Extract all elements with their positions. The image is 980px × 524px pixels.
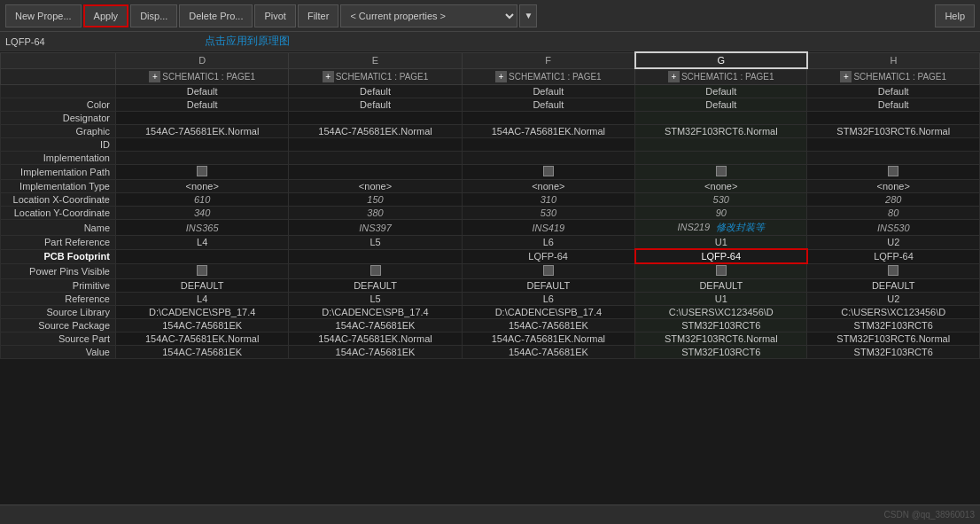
cell-pcb-footprint-1[interactable] [289,249,462,263]
cell-graphic-3[interactable]: STM32F103RCT6.Normal [635,125,807,138]
apply-button[interactable]: Apply [83,4,129,27]
cell-reference-3[interactable]: U1 [635,293,807,306]
cell-id-3[interactable] [635,138,807,152]
cell-implementation-path-3[interactable] [635,165,807,180]
cell-power-pins-visible-4[interactable] [807,263,980,279]
col-g-header[interactable]: G [635,52,807,68]
cell-implementation-type-2[interactable]: <none> [462,180,634,193]
cell-location-y-coordinate-0[interactable]: 340 [116,207,289,220]
cell-source-part-2[interactable]: 154AC-7A5681EK.Normal [462,332,634,346]
col-h-header[interactable]: H [807,52,980,68]
cell-source-part-1[interactable]: 154AC-7A5681EK.Normal [289,332,462,346]
cell-graphic-0[interactable]: 154AC-7A5681EK.Normal [116,125,289,138]
cell-source-package-2[interactable]: 154AC-7A5681EK [462,319,634,332]
cell-source-part-4[interactable]: STM32F103RCT6.Normal [807,332,980,346]
cell-implementation-path-0[interactable] [116,165,289,180]
cell-implementation-2[interactable] [462,152,634,165]
cell-name-3[interactable]: INS219 修改封装等 [635,220,807,236]
checkbox[interactable] [370,265,381,276]
cell-power-pins-visible-2[interactable] [462,263,634,279]
help-button[interactable]: Help [935,4,975,27]
cell-id-0[interactable] [116,138,289,152]
cell-power-pins-visible-3[interactable] [635,263,807,279]
plus-h[interactable]: + [840,71,852,82]
cell-source-library-3[interactable]: C:\USERS\XC123456\D [635,306,807,319]
plus-f[interactable]: + [495,71,507,82]
checkbox[interactable] [716,166,727,176]
filter-dropdown[interactable]: < Current properties > [340,4,517,27]
cell-implementation-type-0[interactable]: <none> [116,180,289,193]
cell-id-4[interactable] [807,138,980,152]
cell-graphic-4[interactable]: STM32F103RCT6.Normal [807,125,980,138]
cell-primitive-3[interactable]: DEFAULT [635,279,807,293]
cell-graphic-2[interactable]: 154AC-7A5681EK.Normal [462,125,634,138]
cell-pcb-footprint-2[interactable]: LQFP-64 [462,249,634,263]
cell-part-reference-3[interactable]: U1 [635,236,807,250]
cell-implementation-type-3[interactable]: <none> [635,180,807,193]
pivot-button[interactable]: Pivot [254,4,295,27]
cell-pcb-footprint-4[interactable]: LQFP-64 [807,249,980,263]
cell-pcb-footprint-3[interactable]: LQFP-64 [635,249,807,263]
cell-name-4[interactable]: INS530 [807,220,980,236]
cell-source-library-4[interactable]: C:\USERS\XC123456\D [807,306,980,319]
cell-location-x-coordinate-0[interactable]: 610 [116,193,289,207]
cell-reference-0[interactable]: L4 [116,293,289,306]
cell-primitive-4[interactable]: DEFAULT [807,279,980,293]
cell-source-part-0[interactable]: 154AC-7A5681EK.Normal [116,332,289,346]
cell-designator-4[interactable] [807,112,980,125]
delete-pro-button[interactable]: Delete Pro... [179,4,253,27]
cell-part-reference-2[interactable]: L6 [462,236,634,250]
cell-designator-1[interactable] [289,112,462,125]
col-f-header[interactable]: F [462,52,634,68]
plus-e[interactable]: + [323,71,334,82]
cell-source-library-1[interactable]: D:\CADENCE\SPB_17.4 [289,306,462,319]
cell-source-package-4[interactable]: STM32F103RCT6 [807,319,980,332]
cell-implementation-3[interactable] [635,152,807,165]
cell-implementation-type-1[interactable]: <none> [289,180,462,193]
cell-value-0[interactable]: 154AC-7A5681EK [116,346,289,359]
plus-d[interactable]: + [149,71,160,82]
cell-value-1[interactable]: 154AC-7A5681EK [289,346,462,359]
new-prop-button[interactable]: New Prope... [5,4,82,27]
checkbox[interactable] [888,166,898,176]
col-e-header[interactable]: E [289,52,462,68]
cell-location-y-coordinate-1[interactable]: 380 [289,207,462,220]
cell-reference-4[interactable]: U2 [807,293,980,306]
cell-part-reference-1[interactable]: L5 [289,236,462,250]
cell-color-0[interactable]: Default [116,98,289,112]
cell-part-reference-4[interactable]: U2 [807,236,980,250]
cell-value-2[interactable]: 154AC-7A5681EK [462,346,634,359]
cell-pcb-footprint-0[interactable] [116,249,289,263]
cell-source-library-2[interactable]: D:\CADENCE\SPB_17.4 [462,306,634,319]
cell-implementation-type-4[interactable]: <none> [807,180,980,193]
cell-source-package-1[interactable]: 154AC-7A5681EK [289,319,462,332]
cell-power-pins-visible-1[interactable] [289,263,462,279]
cell-color-2[interactable]: Default [462,98,634,112]
col-d-header[interactable]: D [116,52,289,68]
cell-primitive-0[interactable]: DEFAULT [116,279,289,293]
cell-designator-0[interactable] [116,112,289,125]
cell-implementation-path-4[interactable] [807,165,980,180]
cell-name-1[interactable]: INS397 [289,220,462,236]
cell-source-package-3[interactable]: STM32F103RCT6 [635,319,807,332]
cell-location-y-coordinate-2[interactable]: 530 [462,207,634,220]
cell-implementation-path-1[interactable] [289,165,462,180]
cell-implementation-4[interactable] [807,152,980,165]
checkbox[interactable] [543,265,554,276]
cell-source-package-0[interactable]: 154AC-7A5681EK [116,319,289,332]
cell-designator-3[interactable] [635,112,807,125]
cell-part-reference-0[interactable]: L4 [116,236,289,250]
cell-name-0[interactable]: INS365 [116,220,289,236]
checkbox[interactable] [197,166,207,176]
cell-id-2[interactable] [462,138,634,152]
cell-designator-2[interactable] [462,112,634,125]
cell-implementation-path-2[interactable] [462,165,634,180]
cell-color-3[interactable]: Default [635,98,807,112]
cell-name-2[interactable]: INS419 [462,220,634,236]
filter-button[interactable]: Filter [298,4,338,27]
cell-power-pins-visible-0[interactable] [116,263,289,279]
checkbox[interactable] [716,265,727,276]
cell-location-x-coordinate-3[interactable]: 530 [635,193,807,207]
disp-button[interactable]: Disp... [130,4,177,27]
cell-value-3[interactable]: STM32F103RCT6 [635,346,807,359]
